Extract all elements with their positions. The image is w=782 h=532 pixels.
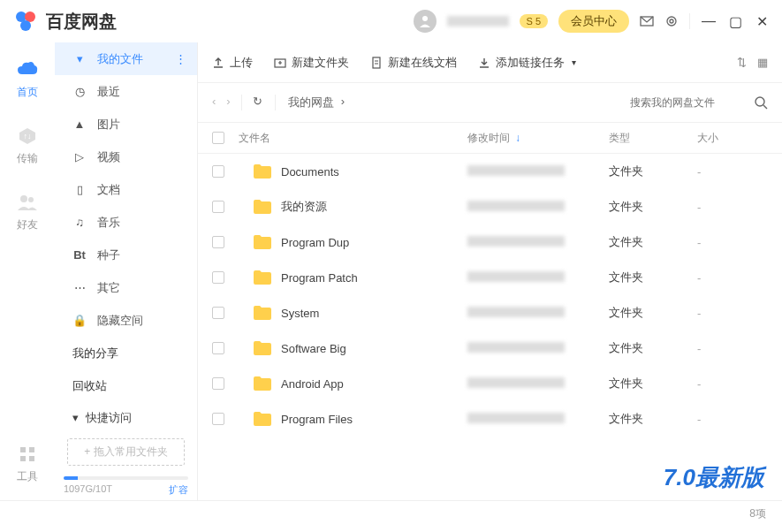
- sidebar-my-files[interactable]: ▾ 我的文件 ⋮: [55, 42, 197, 75]
- sidebar-torrents[interactable]: Bt种子: [55, 239, 197, 271]
- sort-button[interactable]: ⇅: [737, 56, 747, 69]
- drag-hint-box[interactable]: + 拖入常用文件夹: [67, 438, 185, 466]
- refresh-button[interactable]: ↻: [253, 95, 262, 110]
- sidebar-hidden[interactable]: 🔒隐藏空间: [55, 304, 197, 337]
- chevron-down-icon: ▾: [72, 52, 87, 65]
- sidebar-quick-access[interactable]: ▾快捷访问: [55, 402, 197, 433]
- file-size: -: [697, 342, 768, 355]
- sidebar-music[interactable]: ♫音乐: [55, 206, 197, 239]
- grid-view-button[interactable]: ▦: [757, 56, 768, 69]
- nav-friends[interactable]: 好友: [16, 191, 39, 232]
- col-size-header[interactable]: 大小: [697, 131, 768, 146]
- gear-icon[interactable]: [664, 14, 679, 28]
- folder-icon: [253, 270, 272, 285]
- file-row[interactable]: Software Big文件夹-: [198, 331, 782, 366]
- sidebar-other[interactable]: ⋯其它: [55, 271, 197, 304]
- file-name: 我的资源: [281, 199, 467, 215]
- file-type: 文件夹: [609, 199, 697, 215]
- maximize-button[interactable]: ▢: [727, 13, 743, 30]
- nav-forward-button[interactable]: ›: [226, 95, 230, 110]
- file-row[interactable]: Program Patch文件夹-: [198, 260, 782, 295]
- file-row[interactable]: Program Dup文件夹-: [198, 224, 782, 260]
- sidebar-recent[interactable]: ◷最近: [55, 75, 197, 108]
- person-icon: [418, 14, 432, 28]
- row-checkbox[interactable]: [212, 236, 224, 248]
- file-type: 文件夹: [609, 305, 697, 321]
- more-icon[interactable]: ⋮: [175, 52, 186, 65]
- upload-button[interactable]: 上传: [212, 55, 253, 71]
- file-time: [467, 413, 609, 426]
- sidebar-images[interactable]: ▲图片: [55, 108, 197, 141]
- svg-point-5: [667, 17, 676, 26]
- transfer-icon: ↑↓: [18, 126, 37, 146]
- file-time: [467, 236, 609, 249]
- row-checkbox[interactable]: [212, 201, 224, 213]
- add-link-button[interactable]: 添加链接任务▾: [478, 55, 576, 71]
- sidebar: ▾ 我的文件 ⋮ ◷最近 ▲图片 ▷视频 ▯文档 ♫音乐 Bt种子 ⋯其它 🔒隐…: [55, 42, 198, 500]
- file-row[interactable]: Android App文件夹-: [198, 366, 782, 401]
- row-checkbox[interactable]: [212, 342, 224, 354]
- pathbar: ‹ › ↻ 我的网盘 ›: [198, 83, 782, 122]
- new-doc-button[interactable]: 新建在线文档: [370, 55, 457, 71]
- row-checkbox[interactable]: [212, 307, 224, 319]
- file-row[interactable]: System文件夹-: [198, 295, 782, 331]
- nav-back-button[interactable]: ‹: [212, 95, 216, 110]
- svg-point-17: [755, 97, 764, 106]
- sidebar-recycle[interactable]: 回收站: [55, 369, 197, 402]
- close-button[interactable]: ✕: [754, 13, 770, 30]
- file-type: 文件夹: [609, 340, 697, 356]
- svg-point-10: [28, 197, 34, 202]
- svg-point-3: [422, 16, 428, 21]
- row-checkbox[interactable]: [212, 165, 224, 178]
- nav-transfer[interactable]: ↑↓ 传输: [16, 125, 39, 166]
- new-folder-button[interactable]: 新建文件夹: [274, 55, 349, 71]
- col-type-header[interactable]: 类型: [609, 131, 697, 146]
- search-icon[interactable]: [754, 95, 768, 110]
- column-headers: 文件名 修改时间↓ 类型 大小: [198, 122, 782, 154]
- nav-tools[interactable]: 工具: [16, 443, 39, 484]
- folder-icon: [253, 163, 272, 179]
- row-checkbox[interactable]: [212, 413, 224, 425]
- file-size: -: [697, 201, 768, 214]
- search-input[interactable]: [630, 96, 745, 109]
- badge-s: S: [527, 16, 533, 27]
- folder-icon: [253, 199, 272, 215]
- sidebar-videos[interactable]: ▷视频: [55, 141, 197, 173]
- row-checkbox[interactable]: [212, 377, 224, 390]
- minimize-button[interactable]: —: [701, 13, 717, 29]
- file-type: 文件夹: [609, 376, 697, 391]
- file-row[interactable]: 我的资源文件夹-: [198, 189, 782, 224]
- expand-button[interactable]: 扩容: [169, 483, 188, 497]
- content-area: 上传 新建文件夹 新建在线文档 添加链接任务▾ ⇅ ▦ ‹ › ↻ 我的网盘 ›: [198, 42, 782, 500]
- chevron-right-icon: ›: [341, 95, 345, 110]
- username-blurred: [447, 16, 509, 27]
- upload-icon: [212, 57, 224, 69]
- file-time: [467, 201, 609, 214]
- app-logo: 百度网盘: [12, 8, 117, 34]
- select-all-checkbox[interactable]: [212, 132, 224, 144]
- col-time-header[interactable]: 修改时间↓: [467, 131, 609, 146]
- play-icon: ▷: [72, 150, 87, 163]
- mail-icon[interactable]: [640, 14, 654, 28]
- file-type: 文件夹: [609, 270, 697, 285]
- file-time: [467, 342, 609, 355]
- file-time: [467, 271, 609, 285]
- svg-rect-14: [29, 456, 34, 461]
- vip-center-button[interactable]: 会员中心: [558, 10, 629, 33]
- file-name: Documents: [281, 165, 467, 179]
- nav-home[interactable]: 首页: [16, 58, 39, 100]
- col-name-header[interactable]: 文件名: [239, 131, 467, 146]
- file-row[interactable]: Documents文件夹-: [198, 154, 782, 189]
- toolbar: 上传 新建文件夹 新建在线文档 添加链接任务▾ ⇅ ▦: [198, 42, 782, 83]
- file-type: 文件夹: [609, 234, 697, 250]
- friends-icon: [17, 194, 38, 211]
- sidebar-label: 我的文件: [97, 51, 143, 67]
- file-row[interactable]: Program Files文件夹-: [198, 401, 782, 437]
- avatar[interactable]: [414, 10, 437, 33]
- sidebar-my-share[interactable]: 我的分享: [55, 337, 197, 369]
- breadcrumb-root[interactable]: 我的网盘: [288, 95, 334, 110]
- points-badge[interactable]: S 5: [520, 14, 548, 28]
- folder-icon: [253, 340, 272, 356]
- row-checkbox[interactable]: [212, 271, 224, 284]
- sidebar-documents[interactable]: ▯文档: [55, 173, 197, 206]
